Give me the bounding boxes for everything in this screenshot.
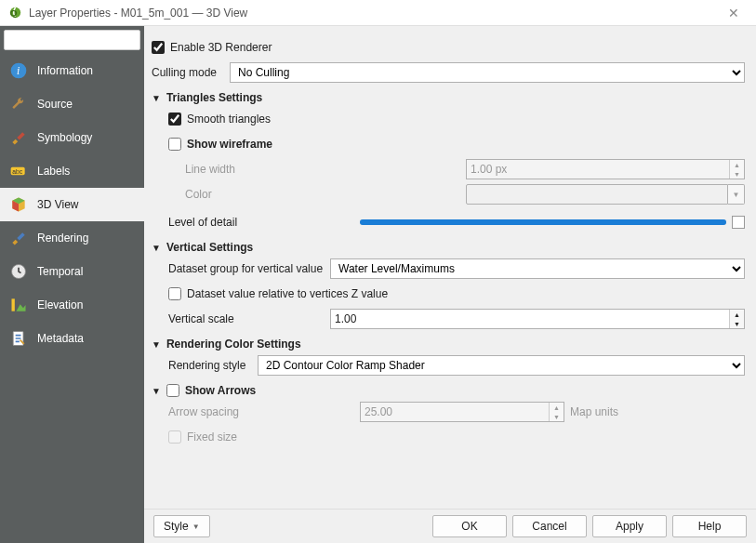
enable-3d-label: Enable 3D Renderer <box>170 41 272 54</box>
show-wireframe-label: Show wireframe <box>187 138 272 151</box>
close-icon[interactable]: ✕ <box>719 6 749 20</box>
cube-icon <box>9 195 28 214</box>
sidebar-item-label: Information <box>37 64 93 77</box>
culling-mode-label: Culling mode <box>152 66 224 79</box>
spin-up-icon[interactable]: ▲ <box>730 310 744 319</box>
line-width-spinbox: 1.00 px ▲▼ <box>466 159 745 179</box>
sidebar-item-label: Metadata <box>37 332 84 345</box>
fixed-size-label: Fixed size <box>187 430 237 444</box>
wrench-icon <box>9 95 28 113</box>
window-title: Layer Properties - M01_5m_001 — 3D View <box>29 7 719 20</box>
wireframe-color-dropdown: ▼ <box>728 184 745 205</box>
smooth-triangles-label: Smooth triangles <box>187 113 271 126</box>
dialog-footer: Style ▼ OK Cancel Apply Help <box>144 509 756 543</box>
chevron-down-icon: ▼ <box>152 93 161 103</box>
line-width-label: Line width <box>185 163 278 176</box>
lod-label: Level of detail <box>168 216 354 229</box>
sidebar-item-temporal[interactable]: Temporal <box>0 255 144 288</box>
sidebar-item-label: 3D View <box>37 198 78 211</box>
relative-z-label: Dataset value relative to vertices Z val… <box>187 287 388 300</box>
apply-button[interactable]: Apply <box>592 515 667 537</box>
dataset-group-label: Dataset group for vertical value <box>168 262 325 275</box>
vertical-scale-value: 1.00 <box>335 312 729 325</box>
culling-mode-select[interactable]: No Culling <box>230 62 745 83</box>
ok-button[interactable]: OK <box>432 515 507 537</box>
chevron-down-icon: ▼ <box>152 243 161 253</box>
cancel-button[interactable]: Cancel <box>512 515 587 537</box>
spin-down-icon: ▼ <box>550 412 564 421</box>
spin-down-icon[interactable]: ▼ <box>730 319 744 328</box>
info-icon: i <box>9 61 28 80</box>
line-width-value: 1.00 px <box>471 163 729 176</box>
clock-icon <box>9 262 28 281</box>
show-wireframe-checkbox[interactable] <box>168 138 181 151</box>
sidebar-item-3dview[interactable]: 3D View <box>0 188 144 221</box>
section-title: Triangles Settings <box>166 91 262 104</box>
rendercolor-section-header[interactable]: ▼ Rendering Color Settings <box>152 338 745 351</box>
vertical-scale-spinbox[interactable]: 1.00 ▲▼ <box>330 309 745 329</box>
sidebar-item-source[interactable]: Source <box>0 87 144 121</box>
dataset-group-select[interactable]: Water Level/Maximums <box>330 258 745 279</box>
sidebar: i Information Source Symbology abc Label… <box>0 26 144 543</box>
titlebar: Q Layer Properties - M01_5m_001 — 3D Vie… <box>0 0 756 26</box>
sidebar-search[interactable] <box>4 30 140 50</box>
sidebar-item-metadata[interactable]: Metadata <box>0 322 144 355</box>
section-title: Vertical Settings <box>166 241 253 254</box>
vertical-section-header[interactable]: ▼ Vertical Settings <box>152 241 745 254</box>
button-label: OK <box>461 520 477 533</box>
section-title: Rendering Color Settings <box>166 338 301 351</box>
rendering-icon <box>9 229 28 247</box>
arrows-section-header[interactable]: ▼ Show Arrows <box>152 384 745 397</box>
arrow-spacing-unit: Map units <box>570 405 618 418</box>
arrow-spacing-spinbox: 25.00 ▲▼ <box>360 402 564 422</box>
sidebar-item-label: Temporal <box>37 265 83 278</box>
svg-rect-9 <box>12 298 15 311</box>
svg-text:abc: abc <box>12 168 22 175</box>
section-title: Show Arrows <box>185 384 256 397</box>
elevation-icon <box>9 296 28 314</box>
arrow-spacing-label: Arrow spacing <box>168 405 354 418</box>
metadata-icon <box>9 329 28 348</box>
rendering-style-label: Rendering style <box>168 359 252 372</box>
wireframe-color-swatch <box>466 184 728 205</box>
search-input[interactable] <box>8 33 148 46</box>
chevron-down-icon: ▼ <box>152 339 161 350</box>
sidebar-item-symbology[interactable]: Symbology <box>0 121 144 154</box>
sidebar-item-label: Labels <box>37 165 70 178</box>
spin-down-icon: ▼ <box>730 169 744 179</box>
spin-up-icon: ▲ <box>550 403 564 412</box>
style-button[interactable]: Style ▼ <box>153 515 210 537</box>
rendering-style-select[interactable]: 2D Contour Color Ramp Shader <box>258 355 745 376</box>
app-icon: Q <box>7 5 23 20</box>
vertical-scale-label: Vertical scale <box>168 312 325 325</box>
button-label: Style <box>164 520 189 533</box>
sidebar-item-rendering[interactable]: Rendering <box>0 221 144 255</box>
svg-text:i: i <box>17 65 20 77</box>
wireframe-color-label: Color <box>185 188 278 201</box>
spin-up-icon: ▲ <box>730 160 744 169</box>
show-arrows-checkbox[interactable] <box>166 384 179 397</box>
relative-z-checkbox[interactable] <box>168 287 181 300</box>
smooth-triangles-checkbox[interactable] <box>168 113 181 126</box>
sidebar-item-label: Source <box>37 98 73 111</box>
sidebar-item-labels[interactable]: abc Labels <box>0 154 144 188</box>
sidebar-item-label: Elevation <box>37 298 83 311</box>
sidebar-item-elevation[interactable]: Elevation <box>0 288 144 322</box>
triangles-section-header[interactable]: ▼ Triangles Settings <box>152 91 745 104</box>
sidebar-item-information[interactable]: i Information <box>0 54 144 87</box>
content-panel: Enable 3D Renderer Culling mode No Culli… <box>144 26 756 543</box>
enable-3d-checkbox[interactable] <box>152 41 165 54</box>
fixed-size-checkbox <box>168 430 181 444</box>
arrow-spacing-value: 25.00 <box>365 405 549 418</box>
brush-icon <box>9 128 28 147</box>
button-label: Cancel <box>532 520 566 533</box>
labels-icon: abc <box>9 162 28 180</box>
lod-max-indicator <box>732 216 745 229</box>
chevron-down-icon: ▼ <box>152 386 161 396</box>
help-button[interactable]: Help <box>672 515 747 537</box>
sidebar-item-label: Symbology <box>37 131 92 144</box>
lod-slider[interactable] <box>360 219 726 225</box>
button-label: Help <box>698 520 722 533</box>
chevron-down-icon: ▼ <box>192 523 200 531</box>
sidebar-item-label: Rendering <box>37 232 88 245</box>
